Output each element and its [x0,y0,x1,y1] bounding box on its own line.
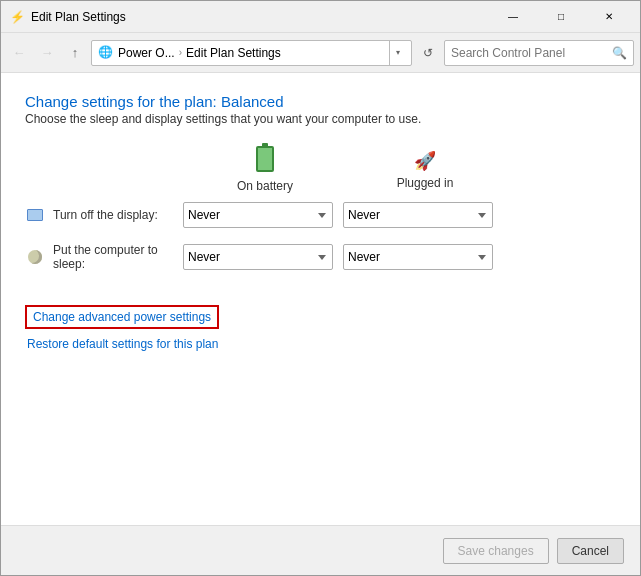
refresh-button[interactable]: ↺ [416,40,440,66]
close-button[interactable]: ✕ [586,1,632,33]
pluggedin-col-header: 🚀 Plugged in [345,150,505,190]
settings-table: On battery 🚀 Plugged in Turn off the dis… [25,146,616,285]
plan-title: Change settings for the plan: Balanced [25,93,616,110]
sleep-row: Put the computer to sleep: Never 1 minut… [25,243,616,271]
battery-icon [256,146,274,175]
window-title: Edit Plan Settings [31,10,490,24]
back-button[interactable]: ← [7,41,31,65]
sleep-plugged-dropdown-wrapper: Never 1 minute 5 minutes 10 minutes 15 m… [343,244,493,270]
sleep-label: Put the computer to sleep: [53,243,183,271]
restore-defaults-link[interactable]: Restore default settings for this plan [27,337,616,351]
battery-col-header: On battery [185,146,345,193]
plan-subtitle: Choose the sleep and display settings th… [25,112,616,126]
display-row: Turn off the display: Never 1 minute 5 m… [25,201,616,229]
links-section: Change advanced power settings Restore d… [25,305,616,351]
save-button[interactable]: Save changes [443,538,549,564]
display-label: Turn off the display: [53,208,183,222]
forward-button[interactable]: → [35,41,59,65]
window-icon: ⚡ [9,9,25,25]
up-button[interactable]: ↑ [63,41,87,65]
cancel-button[interactable]: Cancel [557,538,624,564]
rocket-icon: 🚀 [414,150,436,172]
main-content: Change settings for the plan: Balanced C… [1,73,640,525]
display-plugged-dropdown[interactable]: Never 1 minute 5 minutes 10 minutes 15 m… [343,202,493,228]
display-plugged-dropdown-wrapper: Never 1 minute 5 minutes 10 minutes 15 m… [343,202,493,228]
address-path: Power O... › Edit Plan Settings [118,46,385,60]
address-icon: 🌐 [98,45,114,61]
address-input[interactable]: 🌐 Power O... › Edit Plan Settings ▾ [91,40,412,66]
path-part1: Power O... [118,46,175,60]
advanced-power-link[interactable]: Change advanced power settings [25,305,219,329]
sleep-battery-dropdown[interactable]: Never 1 minute 5 minutes 10 minutes 15 m… [183,244,333,270]
sleep-plugged-dropdown[interactable]: Never 1 minute 5 minutes 10 minutes 15 m… [343,244,493,270]
battery-label: On battery [237,179,293,193]
main-window: ⚡ Edit Plan Settings ― □ ✕ ← → ↑ 🌐 Power… [0,0,641,576]
pluggedin-label: Plugged in [397,176,454,190]
path-sep: › [179,47,182,58]
sleep-battery-dropdown-wrapper: Never 1 minute 5 minutes 10 minutes 15 m… [183,244,333,270]
search-icon[interactable]: 🔍 [612,46,627,60]
address-chevron[interactable]: ▾ [389,40,405,66]
display-icon [25,205,45,225]
title-bar: ⚡ Edit Plan Settings ― □ ✕ [1,1,640,33]
window-controls: ― □ ✕ [490,1,632,33]
settings-header-row: On battery 🚀 Plugged in [25,146,616,201]
display-battery-dropdown[interactable]: Never 1 minute 5 minutes 10 minutes 15 m… [183,202,333,228]
minimize-button[interactable]: ― [490,1,536,33]
search-wrapper: 🔍 [444,40,634,66]
bottom-bar: Save changes Cancel [1,525,640,575]
display-battery-dropdown-wrapper: Never 1 minute 5 minutes 10 minutes 15 m… [183,202,333,228]
sleep-icon [25,247,45,267]
address-bar: ← → ↑ 🌐 Power O... › Edit Plan Settings … [1,33,640,73]
path-part2: Edit Plan Settings [186,46,281,60]
maximize-button[interactable]: □ [538,1,584,33]
search-input[interactable] [451,46,612,60]
plan-heading: Change settings for the plan: Balanced C… [25,93,616,134]
